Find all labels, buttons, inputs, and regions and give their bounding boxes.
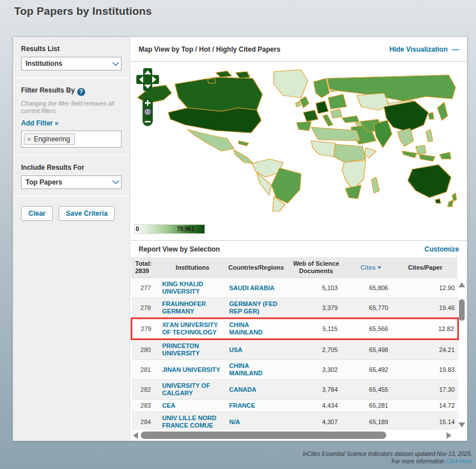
row-cites-value: 65,492	[350, 360, 394, 380]
report-table: Total:2839 Institutions Countries/Region…	[131, 257, 457, 278]
row-cites-per-paper-value: 15.14	[394, 412, 458, 430]
institution-link[interactable]: KING KHALID UNIVERSITY	[160, 278, 227, 298]
institution-link[interactable]: FRAUNHOFER GERMANY	[160, 298, 227, 319]
row-docs-value: 4,307	[284, 412, 350, 430]
choropleth-map[interactable]	[131, 65, 457, 214]
row-cites-value: 65,281	[350, 400, 394, 412]
clear-button[interactable]: Clear	[21, 206, 53, 221]
horizontal-scroll-thumb[interactable]	[141, 432, 386, 439]
legend-max-label: 79,961	[177, 226, 194, 232]
customize-link[interactable]: Customize	[424, 245, 459, 253]
help-icon[interactable]: ?	[77, 88, 85, 96]
scroll-left-icon[interactable]	[133, 432, 138, 439]
institution-link[interactable]: XI'AN UNIVERSITY OF TECHNOLOGY	[160, 319, 227, 340]
row-rank: 281	[132, 360, 160, 380]
row-cites-value: 65,189	[350, 412, 394, 430]
legend-gradient-bar: 0 79,961	[134, 224, 205, 234]
main-panel: Results List Institutions Filter Results…	[12, 36, 467, 441]
column-header-countries[interactable]: Countries/Regions	[226, 257, 283, 278]
row-cites-per-paper-value: 12.90	[394, 278, 458, 298]
row-docs-value: 3,379	[284, 298, 350, 319]
filter-tag-label: Engineering	[34, 135, 70, 143]
row-docs-value: 5,103	[284, 278, 350, 298]
row-docs-value: 5,115	[284, 319, 350, 340]
include-results-value: Top Papers	[26, 178, 62, 186]
table-row: 284UNIV LILLE NORD FRANCE COMUEN/A4,3076…	[132, 412, 458, 430]
add-filter-link[interactable]: Add Filter »	[21, 119, 122, 127]
report-view-title: Report View by Selection	[139, 245, 220, 253]
more-info-label: For more information	[391, 458, 444, 464]
click-here-link[interactable]: Click Here	[446, 458, 472, 464]
results-list-section: Results List Institutions	[13, 37, 130, 78]
map-zoom-control[interactable]	[142, 97, 153, 127]
row-rank: 284	[132, 412, 160, 430]
hide-visualization-link[interactable]: Hide Visualization —	[390, 45, 459, 53]
report-table-body: 277KING KHALID UNIVERSITYSAUDI ARABIA5,1…	[132, 278, 458, 430]
page-title: Top Papers by Institutions	[14, 5, 152, 18]
vertical-scrollbar[interactable]	[457, 278, 466, 430]
legend-min-label: 0	[136, 226, 139, 232]
map-pan-control[interactable]	[136, 68, 159, 91]
row-rank: 282	[132, 380, 160, 400]
table-row: 278FRAUNHOFER GERMANYGERMANY (FED REP GE…	[132, 298, 458, 319]
scroll-up-icon[interactable]	[458, 282, 465, 287]
row-cites-per-paper-value: 19.46	[394, 298, 458, 319]
include-results-select[interactable]: Top Papers	[21, 175, 122, 189]
row-cites-per-paper-value: 17.30	[394, 380, 458, 400]
country-link[interactable]: N/A	[227, 412, 284, 430]
country-link[interactable]: SAUDI ARABIA	[227, 278, 284, 298]
country-link[interactable]: CHINA MAINLAND	[227, 360, 284, 380]
row-rank: 280	[132, 340, 160, 360]
filter-note: Changing the filter field removes all cu…	[21, 100, 122, 115]
save-criteria-button[interactable]: Save Criteria	[59, 206, 115, 221]
results-list-select[interactable]: Institutions	[21, 57, 122, 70]
row-cites-value: 65,806	[350, 278, 394, 298]
scroll-down-icon[interactable]	[458, 422, 465, 428]
row-rank: 278	[132, 298, 160, 319]
vertical-scroll-thumb[interactable]	[459, 299, 465, 321]
filter-section-text: Filter Results By	[21, 86, 75, 94]
column-header-institutions[interactable]: Institutions	[159, 257, 226, 278]
filter-section-label: Filter Results By?	[21, 86, 122, 96]
remove-filter-icon[interactable]: ×	[27, 136, 31, 143]
row-rank: 277	[132, 278, 160, 298]
report-header: Report View by Selection Customize	[131, 240, 467, 257]
minus-icon: —	[452, 45, 459, 53]
column-header-cites-per-paper[interactable]: Cites/Paper	[393, 257, 457, 278]
chevron-down-icon	[112, 177, 119, 185]
column-header-cites[interactable]: Cites	[349, 257, 393, 278]
institution-link[interactable]: PRINCETON UNIVERSITY	[160, 340, 227, 360]
row-cites-per-paper-value: 19.83	[394, 360, 458, 380]
filter-section: Filter Results By? Changing the filter f…	[13, 78, 130, 156]
scroll-right-icon[interactable]	[446, 432, 452, 439]
row-docs-value: 4,434	[284, 400, 350, 412]
row-cites-per-paper-value: 14.72	[394, 400, 458, 412]
institution-link[interactable]: UNIV LILLE NORD FRANCE COMUE	[160, 412, 227, 430]
country-link[interactable]: GERMANY (FED REP GER)	[227, 298, 284, 319]
table-row: 282UNIVERSITY OF CALGARYCANADA3,78465,45…	[132, 380, 458, 400]
results-list-value: Institutions	[26, 60, 62, 68]
filter-tag-engineering[interactable]: × Engineering	[24, 133, 75, 145]
chevron-down-icon	[112, 59, 119, 66]
row-cites-value: 65,770	[350, 298, 394, 319]
visualization-header: Map View by Top / Hot / Highly Cited Pap…	[131, 37, 467, 62]
content-area: Map View by Top / Hot / Highly Cited Pap…	[131, 37, 467, 441]
row-cites-value: 65,455	[350, 380, 394, 400]
table-row: 277KING KHALID UNIVERSITYSAUDI ARABIA5,1…	[132, 278, 458, 298]
country-link[interactable]: CANADA	[227, 380, 284, 400]
horizontal-scrollbar[interactable]	[131, 430, 467, 441]
globe-icon	[144, 108, 151, 115]
column-header-docs[interactable]: Web of Science Documents	[283, 257, 349, 278]
sidebar: Results List Institutions Filter Results…	[13, 37, 130, 441]
world-map	[131, 62, 467, 221]
country-link[interactable]: FRANCE	[227, 400, 284, 412]
institution-link[interactable]: CEA	[160, 400, 227, 412]
country-link[interactable]: CHINA MAINLAND	[227, 319, 284, 340]
row-rank: 279	[132, 319, 160, 340]
institution-link[interactable]: JINAN UNIVERSITY	[160, 360, 227, 380]
sidebar-buttons: Clear Save Criteria	[13, 197, 130, 230]
institution-link[interactable]: UNIVERSITY OF CALGARY	[160, 380, 227, 400]
table-row-highlighted: 279XI'AN UNIVERSITY OF TECHNOLOGYCHINA M…	[132, 319, 458, 340]
sort-desc-icon	[377, 266, 382, 269]
country-link[interactable]: USA	[227, 340, 284, 360]
